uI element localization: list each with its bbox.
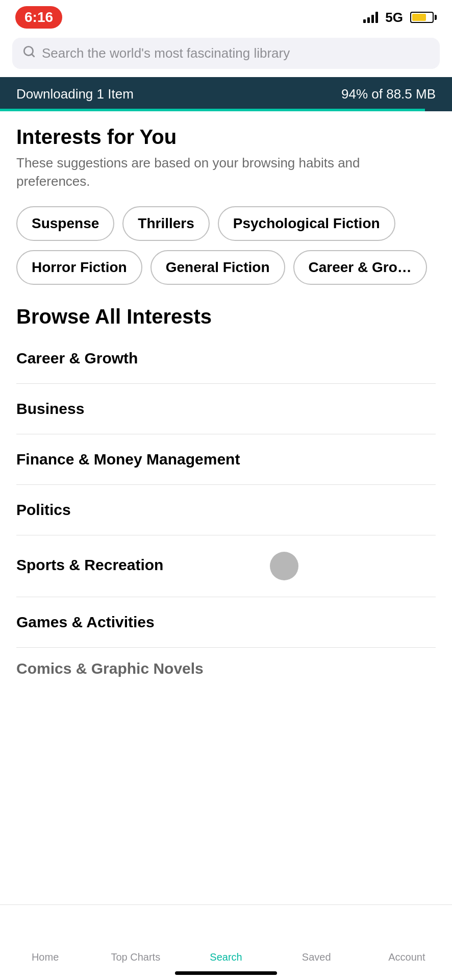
interest-item-games[interactable]: Games & Activities: [16, 597, 436, 648]
tag-suspense[interactable]: Suspense: [16, 206, 114, 241]
tag-career-gro[interactable]: Career & Gro…: [293, 250, 427, 285]
nav-label-search: Search: [210, 951, 242, 963]
interests-subtitle: These suggestions are based on your brow…: [16, 154, 436, 191]
nav-item-account[interactable]: Account: [362, 905, 452, 980]
nav-label-home: Home: [32, 951, 59, 963]
tag-horror-fiction[interactable]: Horror Fiction: [16, 250, 142, 285]
tag-psychological-fiction[interactable]: Psychological Fiction: [218, 206, 395, 241]
nav-item-home[interactable]: Home: [0, 905, 90, 980]
download-label: Downloading 1 Item: [16, 86, 134, 102]
browse-title: Browse All Interests: [16, 305, 436, 328]
download-progress-bar: [0, 109, 425, 111]
main-content: Interests for You These suggestions are …: [0, 111, 452, 764]
nav-item-top-charts[interactable]: Top Charts: [90, 905, 181, 980]
download-progress-text: 94% of 88.5 MB: [341, 86, 436, 102]
network-label: 5G: [385, 10, 403, 26]
scroll-indicator: [270, 552, 298, 580]
interest-list: Career & Growth Business Finance & Money…: [16, 333, 436, 648]
status-time: 6:16: [15, 6, 62, 29]
search-icon: [22, 45, 36, 62]
interest-item-comics[interactable]: Comics & Graphic Novels: [16, 648, 436, 682]
svg-line-1: [32, 54, 34, 57]
nav-item-search[interactable]: Search: [181, 905, 271, 980]
browse-section: Browse All Interests Career & Growth Bus…: [16, 305, 436, 682]
nav-label-top-charts: Top Charts: [111, 951, 160, 963]
interest-item-sports[interactable]: Sports & Recreation: [16, 535, 436, 597]
nav-label-account: Account: [388, 951, 425, 963]
download-banner: Downloading 1 Item 94% of 88.5 MB: [0, 77, 452, 111]
nav-item-saved[interactable]: Saved: [271, 905, 362, 980]
home-indicator: [175, 971, 277, 975]
status-bar: 6:16 5G: [0, 0, 452, 33]
interest-item-business[interactable]: Business: [16, 384, 436, 434]
interests-section: Interests for You These suggestions are …: [16, 126, 436, 285]
tags-row-2: Horror Fiction General Fiction Career & …: [16, 250, 436, 285]
search-bar[interactable]: Search the world's most fascinating libr…: [12, 38, 440, 69]
search-container: Search the world's most fascinating libr…: [0, 33, 452, 77]
interest-item-career[interactable]: Career & Growth: [16, 333, 436, 384]
bottom-nav: Home Top Charts Search Saved: [0, 904, 452, 980]
interests-title: Interests for You: [16, 126, 436, 149]
tags-row-1: Suspense Thrillers Psychological Fiction: [16, 206, 436, 241]
battery-icon: [410, 12, 437, 23]
interest-item-finance[interactable]: Finance & Money Management: [16, 434, 436, 485]
signal-bars-icon: [363, 12, 378, 23]
tag-thrillers[interactable]: Thrillers: [122, 206, 209, 241]
search-input-placeholder: Search the world's most fascinating libr…: [42, 45, 290, 61]
nav-label-saved: Saved: [302, 951, 331, 963]
status-right: 5G: [363, 10, 437, 26]
tag-general-fiction[interactable]: General Fiction: [150, 250, 285, 285]
interest-item-politics[interactable]: Politics: [16, 485, 436, 535]
